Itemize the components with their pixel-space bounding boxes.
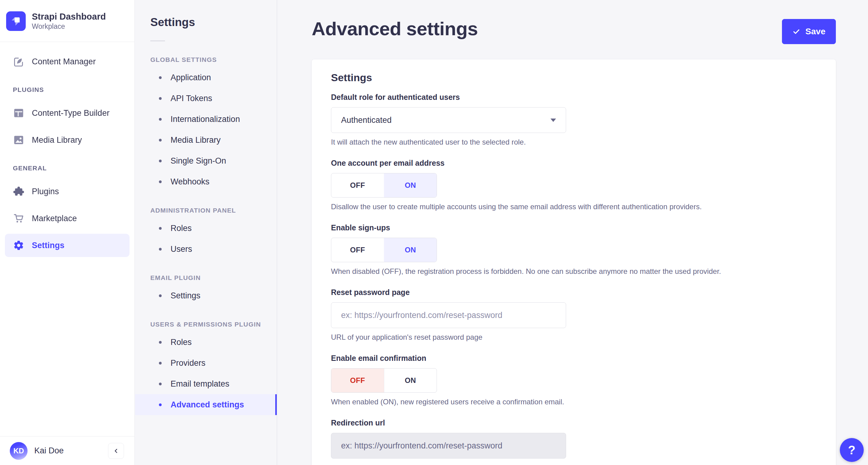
user-name: Kai Doe bbox=[34, 446, 64, 456]
brand-text: Strapi Dashboard Workplace bbox=[32, 11, 106, 31]
subnav-item-up-email-templates[interactable]: Email templates bbox=[135, 373, 277, 394]
enable-sign-ups-toggle[interactable]: OFF ON bbox=[331, 238, 437, 262]
app-title: Strapi Dashboard bbox=[32, 11, 106, 22]
subnav-item-up-roles[interactable]: Roles bbox=[135, 332, 277, 353]
toggle-on-option[interactable]: ON bbox=[384, 238, 437, 262]
chevron-down-icon bbox=[551, 119, 556, 122]
sidebar-section-plugins: PLUGINS bbox=[13, 86, 129, 93]
enable-email-confirmation-toggle[interactable]: OFF ON bbox=[331, 368, 437, 393]
field-label-one-account: One account per email address bbox=[331, 159, 816, 168]
subnav-group-users-permissions-plugin: USERS & PERMISSIONS PLUGIN bbox=[150, 321, 277, 328]
main-content: Advanced settings Save Settings Default … bbox=[277, 0, 868, 465]
sidebar-footer: KD Kai Doe bbox=[0, 436, 134, 465]
main-sidebar: Strapi Dashboard Workplace Content Manag… bbox=[0, 0, 135, 465]
settings-card: Settings Default role for authenticated … bbox=[312, 59, 836, 465]
field-label-enable-sign-ups: Enable sign-ups bbox=[331, 223, 816, 232]
subnav-item-media-library[interactable]: Media Library bbox=[135, 129, 277, 150]
subnav-group-administration-panel: ADMINISTRATION PANEL bbox=[150, 207, 277, 214]
sidebar-item-plugins[interactable]: Plugins bbox=[5, 180, 129, 203]
field-enable-sign-ups: Enable sign-ups OFF ON When disabled (OF… bbox=[331, 223, 816, 276]
subnav-item-internationalization[interactable]: Internationalization bbox=[135, 109, 277, 129]
field-hint-one-account: Disallow the user to create multiple acc… bbox=[331, 202, 816, 211]
app-workspace: Workplace bbox=[32, 22, 106, 31]
save-button-label: Save bbox=[806, 27, 826, 36]
toggle-on-option[interactable]: ON bbox=[384, 173, 437, 197]
page-header: Advanced settings Save bbox=[312, 18, 836, 44]
subnav-group-global-settings: GLOBAL SETTINGS bbox=[150, 56, 277, 63]
sidebar-item-label: Content-Type Builder bbox=[32, 109, 110, 118]
content-manager-icon bbox=[13, 56, 25, 67]
field-label-default-role: Default role for authenticated users bbox=[331, 93, 816, 102]
settings-subnav: Settings GLOBAL SETTINGS Application API… bbox=[135, 0, 277, 465]
sidebar-item-marketplace[interactable]: Marketplace bbox=[5, 207, 129, 230]
sidebar-item-media-library[interactable]: Media Library bbox=[5, 128, 129, 152]
plugins-icon bbox=[13, 186, 25, 197]
check-icon bbox=[793, 28, 800, 35]
field-hint-reset-password-page: URL of your application's reset password… bbox=[331, 333, 816, 342]
subnav-item-admin-users[interactable]: Users bbox=[135, 239, 277, 259]
reset-password-page-input[interactable] bbox=[331, 302, 566, 328]
help-button[interactable]: ? bbox=[840, 438, 864, 462]
field-enable-email-confirmation: Enable email confirmation OFF ON When en… bbox=[331, 354, 816, 406]
field-label-redirection-url: Redirection url bbox=[331, 418, 816, 427]
sidebar-item-label: Plugins bbox=[32, 187, 59, 196]
sidebar-item-label: Content Manager bbox=[32, 57, 96, 66]
default-role-select[interactable]: Authenticated bbox=[331, 107, 566, 133]
card-heading: Settings bbox=[331, 72, 816, 84]
field-hint-default-role: It will attach the new authenticated use… bbox=[331, 138, 816, 146]
subnav-item-api-tokens[interactable]: API Tokens bbox=[135, 88, 277, 109]
sidebar-item-label: Marketplace bbox=[32, 214, 77, 223]
sidebar-item-settings[interactable]: Settings bbox=[5, 234, 129, 257]
field-redirection-url: Redirection url bbox=[331, 418, 816, 459]
sidebar-item-label: Media Library bbox=[32, 136, 82, 145]
subnav-title: Settings bbox=[150, 16, 277, 29]
strapi-logo-icon[interactable] bbox=[6, 11, 26, 31]
toggle-off-option[interactable]: OFF bbox=[331, 369, 384, 393]
settings-gear-icon bbox=[13, 239, 25, 251]
subnav-item-up-providers[interactable]: Providers bbox=[135, 353, 277, 373]
sidebar-item-label: Settings bbox=[32, 241, 65, 250]
media-library-icon bbox=[13, 134, 25, 146]
field-label-enable-email-confirmation: Enable email confirmation bbox=[331, 354, 816, 363]
subnav-divider bbox=[150, 40, 165, 41]
redirection-url-input bbox=[331, 433, 566, 459]
toggle-off-option[interactable]: OFF bbox=[331, 238, 384, 262]
subnav-item-application[interactable]: Application bbox=[135, 67, 277, 88]
subnav-item-admin-roles[interactable]: Roles bbox=[135, 218, 277, 239]
field-default-role: Default role for authenticated users Aut… bbox=[331, 93, 816, 146]
sidebar-item-content-type-builder[interactable]: Content-Type Builder bbox=[5, 101, 129, 125]
sidebar-nav: Content Manager PLUGINS Content-Type Bui… bbox=[0, 42, 134, 257]
save-button[interactable]: Save bbox=[782, 19, 836, 44]
user-menu[interactable]: KD Kai Doe bbox=[10, 442, 64, 460]
select-value: Authenticated bbox=[341, 115, 392, 125]
subnav-group-email-plugin: EMAIL PLUGIN bbox=[150, 274, 277, 282]
field-reset-password-page: Reset password page URL of your applicat… bbox=[331, 288, 816, 342]
subnav-item-webhooks[interactable]: Webhooks bbox=[135, 171, 277, 192]
toggle-on-option[interactable]: ON bbox=[384, 369, 437, 393]
avatar: KD bbox=[10, 442, 28, 460]
content-type-builder-icon bbox=[13, 107, 25, 119]
marketplace-icon bbox=[13, 212, 25, 224]
sidebar-item-content-manager[interactable]: Content Manager bbox=[5, 50, 129, 73]
field-hint-enable-email-confirmation: When enabled (ON), new registered users … bbox=[331, 398, 816, 406]
subnav-item-single-sign-on[interactable]: Single Sign-On bbox=[135, 150, 277, 171]
brand: Strapi Dashboard Workplace bbox=[0, 0, 134, 42]
field-one-account: One account per email address OFF ON Dis… bbox=[331, 159, 816, 211]
toggle-off-option[interactable]: OFF bbox=[331, 173, 384, 197]
strapi-logo-glyph bbox=[9, 14, 23, 28]
one-account-toggle[interactable]: OFF ON bbox=[331, 173, 437, 198]
field-hint-enable-sign-ups: When disabled (OFF), the registration pr… bbox=[331, 267, 816, 276]
page-title: Advanced settings bbox=[312, 18, 478, 39]
subnav-item-advanced-settings[interactable]: Advanced settings bbox=[135, 394, 277, 415]
chevron-left-icon bbox=[112, 447, 120, 455]
field-label-reset-password-page: Reset password page bbox=[331, 288, 816, 297]
subnav-item-email-settings[interactable]: Settings bbox=[135, 285, 277, 306]
sidebar-section-general: GENERAL bbox=[13, 165, 129, 172]
collapse-sidebar-button[interactable] bbox=[108, 443, 124, 459]
